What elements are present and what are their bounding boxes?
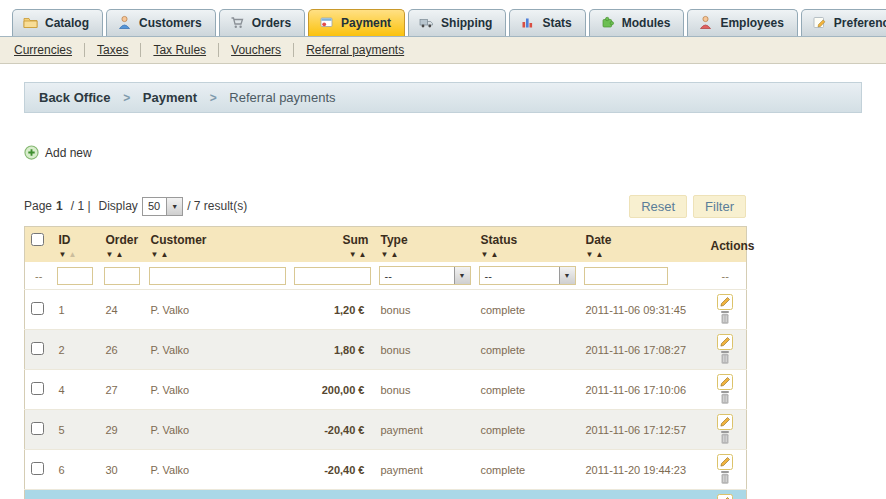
column-label[interactable]: Type [381, 233, 408, 247]
sum-filter-input[interactable] [294, 267, 371, 285]
column-label[interactable]: Customer [151, 233, 207, 247]
date-filter-input[interactable] [584, 267, 668, 285]
submenu-item-vouchers[interactable]: Vouchers [219, 43, 294, 57]
tab-label: Orders [252, 16, 291, 30]
delete-button[interactable] [719, 430, 731, 445]
column-header-actions: Actions [705, 227, 747, 263]
column-header-id: ID ▼▲ [53, 227, 100, 263]
sort-asc-icon[interactable]: ▲ [115, 250, 123, 259]
select-all-checkbox[interactable] [31, 233, 44, 246]
status-filter-value: -- [480, 267, 559, 284]
cell-status: complete [475, 330, 580, 370]
sort-desc-icon[interactable]: ▼ [586, 250, 594, 259]
tab-employees[interactable]: Employees [687, 9, 797, 36]
order-filter-input[interactable] [104, 267, 140, 285]
sort-desc-icon[interactable]: ▼ [151, 250, 159, 259]
tab-stats[interactable]: Stats [509, 9, 585, 36]
sort-desc-icon[interactable]: ▼ [106, 250, 114, 259]
breadcrumb-section[interactable]: Payment [143, 90, 197, 105]
edit-button[interactable] [717, 454, 733, 470]
cell-id: 4 [53, 370, 100, 410]
sort-asc-icon[interactable]: ▲ [595, 250, 603, 259]
page-size-select[interactable]: 50 ▼ [142, 197, 183, 216]
submenu-item-taxes[interactable]: Taxes [85, 43, 141, 57]
column-label: Actions [711, 239, 755, 253]
tab-modules[interactable]: Modules [589, 9, 685, 36]
cell-id: 1 [53, 290, 100, 330]
tab-preferences[interactable]: Preferences [801, 9, 886, 36]
row-checkbox[interactable] [31, 462, 44, 475]
dropdown-arrow-icon: ▼ [166, 198, 182, 215]
sort-desc-icon[interactable]: ▼ [481, 250, 489, 259]
row-checkbox[interactable] [31, 382, 44, 395]
sort-asc-icon[interactable]: ▲ [490, 250, 498, 259]
cell-type: bonus [375, 370, 475, 410]
column-label[interactable]: ID [59, 233, 71, 247]
column-header-status: Status ▼▲ [475, 227, 580, 263]
row-checkbox[interactable] [31, 302, 44, 315]
type-filter-select[interactable]: -- ▼ [379, 266, 471, 285]
delete-button[interactable] [719, 390, 731, 405]
edit-button[interactable] [717, 334, 733, 350]
filter-button[interactable]: Filter [693, 195, 746, 218]
reset-button[interactable]: Reset [629, 195, 687, 218]
cell-sum: 200,00 € [290, 370, 375, 410]
referral-payments-table: ID ▼▲ Order ▼▲ Customer ▼▲ Sum ▼▲ Type [24, 226, 747, 499]
truck-icon [419, 15, 434, 30]
tab-catalog[interactable]: Catalog [12, 9, 103, 36]
delete-button[interactable] [719, 310, 731, 325]
sort-asc-icon[interactable]: ▲ [359, 250, 367, 259]
cell-id: 5 [53, 410, 100, 450]
cell-type: bonus [375, 330, 475, 370]
sort-desc-icon[interactable]: ▼ [381, 250, 389, 259]
row-checkbox[interactable] [31, 422, 44, 435]
column-label[interactable]: Status [481, 233, 518, 247]
status-filter-select[interactable]: -- ▼ [479, 266, 576, 285]
sort-asc-icon[interactable]: ▲ [68, 250, 76, 259]
tab-customers[interactable]: Customers [106, 9, 216, 36]
column-label[interactable]: Order [106, 233, 139, 247]
puzzle-icon [600, 15, 615, 30]
row-checkbox[interactable] [31, 342, 44, 355]
breadcrumb-current-page: Referral payments [229, 90, 335, 105]
column-label[interactable]: Sum [342, 233, 368, 247]
page-size-value: 50 [143, 198, 166, 215]
cell-date: 2011-11-06 09:31:45 [580, 290, 705, 330]
customer-filter-input[interactable] [149, 267, 286, 285]
tab-label: Customers [139, 16, 202, 30]
edit-button[interactable] [717, 374, 733, 390]
add-new-button[interactable]: Add new [24, 145, 92, 160]
main-tab-bar: Catalog Customers Orders Payment Shippin… [0, 0, 886, 37]
table-row: 1 24 P. Valko 1,20 € bonus complete 2011… [25, 290, 747, 330]
column-header-order: Order ▼▲ [100, 227, 145, 263]
edit-button[interactable] [717, 414, 733, 430]
submenu-item-currencies[interactable]: Currencies [14, 43, 85, 57]
sort-desc-icon[interactable]: ▼ [59, 250, 67, 259]
sort-asc-icon[interactable]: ▲ [390, 250, 398, 259]
delete-button[interactable] [719, 350, 731, 365]
breadcrumb-root[interactable]: Back Office [39, 90, 111, 105]
tab-orders[interactable]: Orders [219, 9, 305, 36]
cell-date: 2011-11-20 19:44:23 [580, 450, 705, 490]
sort-desc-icon[interactable]: ▼ [349, 250, 357, 259]
edit-button[interactable] [717, 494, 733, 499]
tab-payment[interactable]: Payment [308, 9, 405, 36]
bar-chart-icon [520, 15, 535, 30]
chevron-right-icon: > [123, 91, 130, 105]
id-filter-input[interactable] [57, 267, 93, 285]
add-plus-icon [24, 145, 39, 160]
cell-date: 2011-11-06 17:12:57 [580, 410, 705, 450]
column-label[interactable]: Date [586, 233, 612, 247]
breadcrumb: Back Office > Payment > Referral payment… [24, 82, 862, 113]
cell-order: 27 [100, 370, 145, 410]
delete-button[interactable] [719, 470, 731, 485]
payment-icon [319, 15, 334, 30]
add-new-label: Add new [45, 146, 92, 160]
edit-button[interactable] [717, 294, 733, 310]
sort-asc-icon[interactable]: ▲ [160, 250, 168, 259]
submenu-item-tax-rules[interactable]: Tax Rules [141, 43, 219, 57]
cell-id: 6 [53, 450, 100, 490]
tab-shipping[interactable]: Shipping [408, 9, 506, 36]
tab-label: Preferences [834, 16, 886, 30]
submenu-item-referral-payments[interactable]: Referral payments [294, 43, 416, 57]
